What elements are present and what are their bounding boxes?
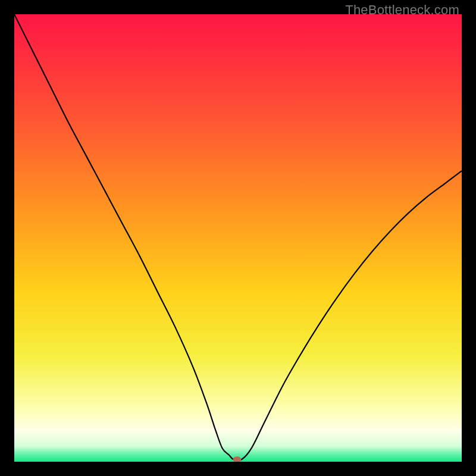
watermark-text: TheBottleneck.com [345,2,459,18]
chart-svg [14,14,462,462]
plot-area [14,14,462,462]
chart-frame: TheBottleneck.com [0,0,476,476]
gradient-background [14,14,462,462]
